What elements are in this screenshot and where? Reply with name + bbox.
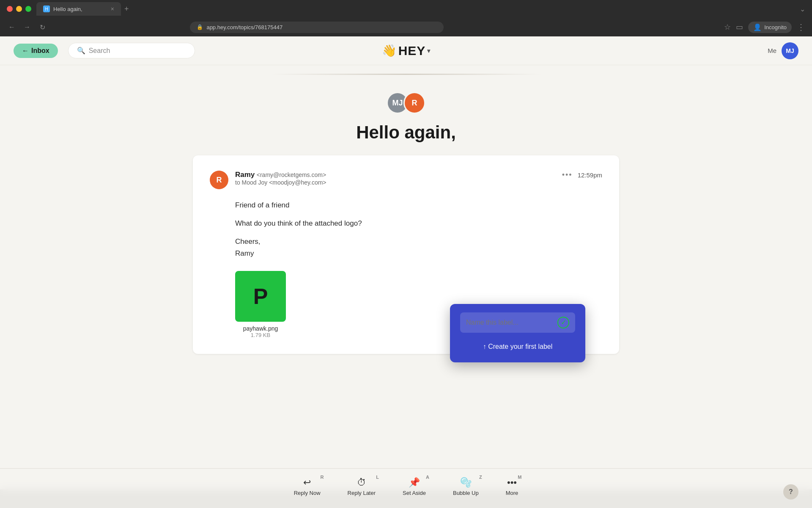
inbox-label: Inbox xyxy=(31,47,49,55)
email-card: R Ramy <ramy@rocketgems.com> to Mood Joy… xyxy=(193,155,619,354)
attachment-filename: payhawk.png xyxy=(235,325,286,332)
thread-title: Hello again, xyxy=(186,122,626,143)
more-shortcut: M xyxy=(518,475,521,480)
search-bar[interactable]: 🔍 Search xyxy=(68,43,195,58)
help-button[interactable]: ? xyxy=(783,484,798,500)
thread-avatar-r: R xyxy=(403,92,425,114)
browser-menu-icon[interactable]: ⋮ xyxy=(797,22,805,32)
url-text: app.hey.com/topics/768175447 xyxy=(206,24,283,30)
email-timestamp: ••• 12:59pm xyxy=(562,171,602,179)
sender-avatar: R xyxy=(210,171,228,189)
hey-menu-chevron[interactable]: ▾ xyxy=(427,47,430,54)
attachment-thumbnail[interactable]: P xyxy=(235,271,286,322)
label-confirm-button[interactable]: ✓ xyxy=(557,317,569,329)
to-prefix: to xyxy=(235,179,240,186)
search-label: Search xyxy=(89,47,110,55)
reply-now-icon: ↩ xyxy=(303,477,311,488)
check-icon: ✓ xyxy=(561,318,566,326)
reply-later-label: Reply Later xyxy=(348,490,376,496)
bottom-toolbar: R ↩ Reply Now L ⏱ Reply Later A 📌 Set As… xyxy=(0,468,812,508)
sender-name: Ramy xyxy=(235,171,255,179)
reply-now-button[interactable]: R ↩ Reply Now xyxy=(280,474,334,500)
reply-later-shortcut: L xyxy=(376,475,379,480)
tab-title: Hello again, xyxy=(53,6,82,12)
recipient-info: to Mood Joy <moodjoy@hey.com> xyxy=(235,179,562,186)
email-meta: R Ramy <ramy@rocketgems.com> to Mood Joy… xyxy=(210,171,602,189)
attachment-filesize: 1.79 KB xyxy=(235,332,286,338)
incognito-label: Incognito xyxy=(764,24,787,30)
email-content: MJ R Hello again, R Ramy <ramy@rocketgem… xyxy=(186,65,626,362)
inbox-arrow-icon: ← xyxy=(22,47,29,55)
incognito-badge: 👤 Incognito xyxy=(748,22,792,33)
bookmark-icon[interactable]: ☆ xyxy=(724,22,731,32)
reply-now-label: Reply Now xyxy=(294,490,321,496)
body-line4: Ramy xyxy=(235,249,254,257)
browser-actions: ☆ ▭ 👤 Incognito ⋮ xyxy=(724,22,805,33)
secure-lock-icon: 🔒 xyxy=(197,24,203,30)
back-button[interactable]: ← xyxy=(7,23,17,31)
sender-email: <ramy@rocketgems.com> xyxy=(257,171,326,178)
body-line2: What do you think of the attached logo? xyxy=(235,218,602,229)
bubble-up-label: Bubble Up xyxy=(453,490,479,496)
set-aside-icon: 📌 xyxy=(409,477,420,488)
incognito-icon: 👤 xyxy=(753,23,762,31)
url-bar[interactable]: 🔒 app.hey.com/topics/768175447 xyxy=(190,22,444,33)
nav-right: Me MJ xyxy=(768,42,798,59)
sidebar-toggle-icon[interactable]: ▭ xyxy=(736,22,743,32)
label-popup: ✓ ↑ Create your first label xyxy=(450,304,585,362)
attachment-letter: P xyxy=(253,284,268,309)
email-attachment[interactable]: P payhawk.png 1.79 KB xyxy=(235,271,286,338)
app-nav: ← Inbox 🔍 Search 👋 HEY ▾ Me MJ xyxy=(0,36,812,65)
label-name-input[interactable] xyxy=(466,319,553,326)
thread-header: MJ R Hello again, xyxy=(186,83,626,155)
body-line3: Cheers, xyxy=(235,237,261,246)
search-icon: 🔍 xyxy=(77,47,85,55)
sender-info: Ramy <ramy@rocketgems.com> to Mood Joy <… xyxy=(235,171,562,186)
new-tab-button[interactable]: + xyxy=(124,5,129,14)
hey-logo[interactable]: 👋 HEY ▾ xyxy=(382,44,431,58)
traffic-lights xyxy=(7,6,31,12)
sender-name-row: Ramy <ramy@rocketgems.com> xyxy=(235,171,562,179)
more-button[interactable]: M ••• More xyxy=(492,474,532,500)
refresh-button[interactable]: ↻ xyxy=(37,23,47,31)
set-aside-label: Set Aside xyxy=(403,490,426,496)
hey-hand-icon: 👋 xyxy=(382,44,397,58)
bubble-up-icon: 🫧 xyxy=(460,477,472,488)
thread-separator xyxy=(271,74,541,75)
me-label: Me xyxy=(768,47,776,54)
app-content: ← Inbox 🔍 Search 👋 HEY ▾ Me MJ MJ R Hell… xyxy=(0,36,812,489)
tab-expand-icon[interactable]: ⌄ xyxy=(800,5,805,13)
timestamp: 12:59pm xyxy=(578,171,602,179)
minimize-window-button[interactable] xyxy=(16,6,22,12)
close-window-button[interactable] xyxy=(7,6,13,12)
label-input-row: ✓ xyxy=(460,312,575,333)
maximize-window-button[interactable] xyxy=(25,6,31,12)
bubble-up-button[interactable]: Z 🫧 Bubble Up xyxy=(439,474,492,500)
user-avatar[interactable]: MJ xyxy=(782,42,798,59)
forward-button[interactable]: → xyxy=(22,23,32,31)
create-first-label-button[interactable]: ↑ Create your first label xyxy=(460,340,575,354)
thread-avatars: MJ R xyxy=(186,92,626,114)
address-bar: ← → ↻ 🔒 app.hey.com/topics/768175447 ☆ ▭… xyxy=(0,18,812,36)
more-icon: ••• xyxy=(507,477,517,488)
reply-later-icon: ⏱ xyxy=(357,477,366,488)
tab-favicon: H xyxy=(43,6,50,12)
reply-now-shortcut: R xyxy=(321,475,324,480)
active-tab[interactable]: H Hello again, × xyxy=(36,2,121,16)
body-line1: Friend of a friend xyxy=(235,199,602,211)
bubble-up-shortcut: Z xyxy=(479,475,482,480)
email-more-button[interactable]: ••• xyxy=(562,171,573,179)
recipient-name: Mood Joy xyxy=(242,179,268,186)
set-aside-button[interactable]: A 📌 Set Aside xyxy=(389,474,439,500)
inbox-button[interactable]: ← Inbox xyxy=(14,44,58,58)
hey-wordmark: HEY xyxy=(398,44,426,58)
tab-close-button[interactable]: × xyxy=(111,6,114,12)
recipient-email: <moodjoy@hey.com> xyxy=(269,179,326,186)
body-signature: Cheers, Ramy xyxy=(235,236,602,259)
reply-later-button[interactable]: L ⏱ Reply Later xyxy=(334,474,389,500)
set-aside-shortcut: A xyxy=(426,475,429,480)
more-label: More xyxy=(506,490,518,496)
